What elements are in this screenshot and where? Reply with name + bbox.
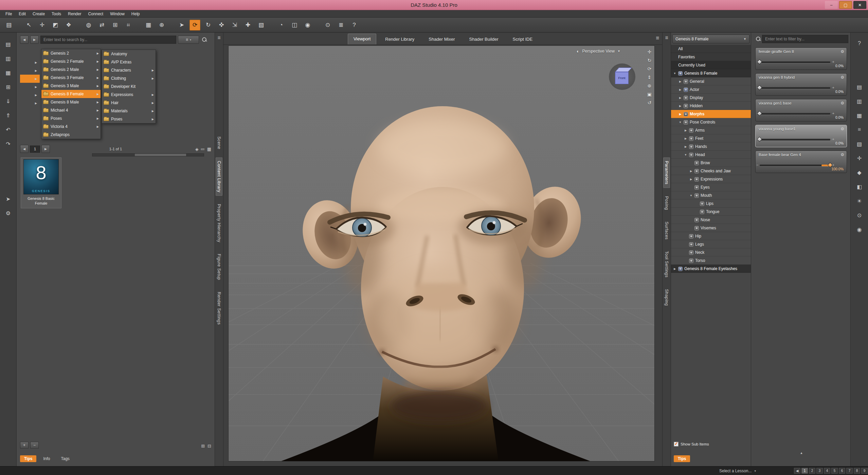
presets-icon[interactable]: ▧: [853, 138, 866, 150]
parameter-group-item[interactable]: ▶ Genesis 8 Female Eyelashes: [671, 265, 751, 273]
camera-selector[interactable]: ◐ Perspective View ▼: [577, 49, 620, 54]
content-folder-item[interactable]: Poses ▶: [102, 115, 156, 123]
interface-icon[interactable]: ▤: [853, 81, 866, 93]
menu-item[interactable]: Render: [65, 11, 85, 17]
viewport-tab[interactable]: Shader Builder: [464, 34, 504, 44]
add-figure-icon[interactable]: ◈: [195, 147, 199, 152]
script-ide-icon[interactable]: ≣: [336, 20, 346, 31]
transfer-utility-icon[interactable]: ⇄: [96, 20, 107, 31]
increment-icon[interactable]: +: [832, 163, 834, 167]
panel-menu-icon[interactable]: ≣: [217, 35, 221, 42]
parameter-group-item[interactable]: Torso: [671, 256, 751, 265]
increment-icon[interactable]: +: [832, 60, 834, 64]
content-folder-item[interactable]: Hair ▶: [102, 99, 156, 107]
active-pose-tool-icon[interactable]: ⟳: [189, 20, 200, 31]
aux-viewport-icon[interactable]: ◫: [289, 20, 300, 31]
search-icon[interactable]: [202, 37, 207, 42]
scale-tool-icon[interactable]: ⇲: [229, 20, 240, 31]
menu-item[interactable]: Help: [128, 11, 143, 17]
pane-icon[interactable]: ▤: [3, 20, 14, 31]
parameter-group-item[interactable]: All: [671, 45, 751, 53]
spot-render-tool-icon[interactable]: ◔: [276, 20, 287, 31]
posing-icon[interactable]: ✛: [853, 152, 866, 164]
save-icon[interactable]: ⊞: [2, 81, 14, 93]
content-folder-item[interactable]: Michael 4 ▶: [41, 106, 101, 114]
undo-icon[interactable]: ↶: [2, 124, 14, 136]
dock-tab[interactable]: Content Library: [216, 157, 222, 196]
slider-track[interactable]: [760, 61, 830, 63]
bank-icon[interactable]: ⟳: [647, 66, 652, 72]
parameter-group-item[interactable]: Brow: [671, 159, 751, 167]
increment-icon[interactable]: +: [832, 111, 834, 115]
increment-icon[interactable]: +: [832, 137, 834, 141]
parameter-group-item[interactable]: ▼ Head: [671, 151, 751, 159]
bottom-tab[interactable]: Tags: [57, 455, 73, 462]
bottom-tab[interactable]: Tips: [20, 455, 36, 462]
expand-arrow-icon[interactable]: ▶: [689, 178, 693, 181]
menu-item[interactable]: Connect: [85, 11, 107, 17]
dock-tab[interactable]: Posing: [663, 193, 670, 213]
view-cube-front[interactable]: Front: [615, 72, 629, 84]
figure-setup-icon[interactable]: ⊞: [110, 20, 121, 31]
pointer-tool-icon[interactable]: ➤: [176, 20, 187, 31]
gear-icon[interactable]: ⚙: [840, 152, 844, 157]
viewport-tab[interactable]: Shader Mixer: [423, 34, 460, 44]
search-input[interactable]: [40, 36, 176, 44]
reset-camera-icon[interactable]: ↺: [647, 100, 652, 106]
menu-item[interactable]: Tools: [48, 11, 65, 17]
content-folder-item[interactable]: Genesis 3 Male ▶: [41, 82, 101, 90]
parameter-group-item[interactable]: Tongue: [671, 208, 751, 216]
content-folder-item[interactable]: Genesis 8 Male ▶: [41, 98, 101, 106]
lesson-selector[interactable]: Select a Lesson... ▾: [719, 467, 756, 475]
morph-slider-card[interactable]: vixanna young base1 ⚙ − + 0.0%: [755, 125, 847, 147]
parameter-group-item[interactable]: ▶ Display: [671, 94, 751, 102]
dock-tab[interactable]: Scene: [216, 133, 222, 153]
parameter-group-item[interactable]: Lips: [671, 200, 751, 208]
parameters-icon[interactable]: ≡: [853, 124, 866, 136]
morph-slider-card[interactable]: Base female bear Gen 4 ⚙ − + 100.0%: [755, 151, 847, 173]
maximize-button[interactable]: ▢: [839, 1, 852, 9]
content-folder-item[interactable]: Clothing ▶: [102, 74, 156, 82]
content-folder-item[interactable]: Genesis 2 ▶: [41, 49, 101, 57]
frame-icon[interactable]: ▣: [647, 92, 652, 97]
settings-icon[interactable]: ⚙: [2, 207, 14, 219]
page-tile[interactable]: 4: [824, 468, 830, 474]
checkbox-checked-icon[interactable]: [674, 442, 679, 446]
tree-expander[interactable]: ▶: [20, 75, 40, 83]
menu-item[interactable]: Edit: [15, 11, 29, 17]
drawstyle-icon[interactable]: ◐: [577, 49, 579, 54]
horizontal-scrollbar[interactable]: [92, 153, 204, 156]
rotate-tool-icon[interactable]: ↻: [203, 20, 214, 31]
lights-icon[interactable]: ☀: [853, 195, 866, 207]
content-folder-item[interactable]: Genesis 8 Female ▶: [41, 90, 101, 98]
tree-expander[interactable]: ▶: [20, 58, 40, 66]
content-folder-item[interactable]: AVP Extras: [102, 58, 156, 66]
expand-arrow-icon[interactable]: ▶: [684, 145, 687, 148]
translate-tool-icon[interactable]: ✜: [216, 20, 227, 31]
history-forward-button[interactable]: ▶: [30, 36, 39, 44]
decrement-icon[interactable]: −: [756, 163, 758, 167]
parameter-group-item[interactable]: Nose: [671, 216, 751, 224]
merge-scene-icon[interactable]: ▦: [2, 66, 14, 79]
gear-icon[interactable]: ⚙: [840, 101, 844, 106]
parameter-group-item[interactable]: Visemes: [671, 224, 751, 232]
dock-tab[interactable]: Figure Setup: [216, 250, 222, 284]
morph-slider-card[interactable]: vixanna gen1 base ⚙ − + 0.0%: [755, 99, 847, 121]
geometry-editor-tool-icon[interactable]: ◩: [50, 20, 61, 31]
powerpose-tool-icon[interactable]: ✛: [37, 20, 48, 31]
camera-icon[interactable]: ⊙: [322, 20, 333, 31]
viewport-tab[interactable]: Render Library: [380, 34, 420, 44]
page-tile[interactable]: ◀: [794, 468, 800, 474]
slider-track[interactable]: [760, 139, 830, 140]
parameter-group-item[interactable]: ▼ Genesis 8 Female: [671, 69, 751, 77]
bottom-tab[interactable]: Info: [39, 455, 54, 462]
help-cursor-icon[interactable]: ?: [853, 37, 866, 50]
parameter-group-item[interactable]: ▶ Actor: [671, 86, 751, 94]
world-globe-icon[interactable]: ⊕: [156, 20, 167, 31]
expand-arrow-icon[interactable]: ▶: [684, 137, 687, 140]
content-folder-item[interactable]: Genesis 2 Male ▶: [41, 65, 101, 74]
pan-icon[interactable]: ✛: [647, 49, 652, 55]
parameter-group-item[interactable]: ▶ Arms: [671, 126, 751, 134]
dock-tab[interactable]: Surfaces: [663, 218, 670, 243]
tree-expander[interactable]: ▶: [20, 91, 40, 99]
